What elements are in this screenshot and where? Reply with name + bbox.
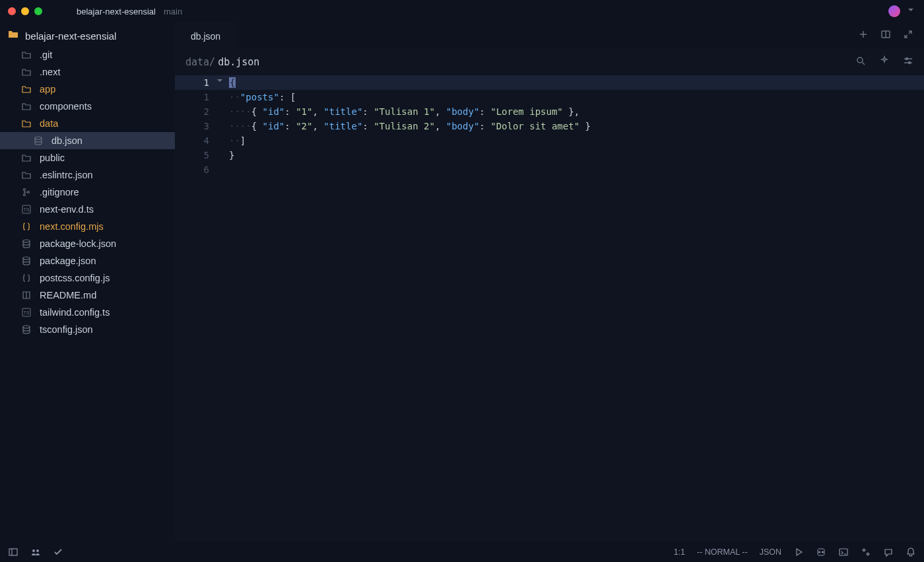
tree-item-README-md[interactable]: README.md bbox=[0, 287, 175, 304]
panel-layout-button[interactable] bbox=[8, 547, 18, 557]
tree-item-label: app bbox=[40, 84, 55, 94]
tree-item-app[interactable]: app bbox=[0, 81, 175, 98]
settings-sliders-icon[interactable] bbox=[903, 55, 913, 69]
tree-item-label: .eslintrc.json bbox=[40, 170, 93, 180]
minimize-window-button[interactable] bbox=[21, 7, 29, 15]
folder-icon bbox=[21, 101, 32, 112]
diagnostics-ok-icon[interactable] bbox=[53, 547, 63, 557]
tree-item-components[interactable]: components bbox=[0, 98, 175, 115]
tree-item-label: data bbox=[40, 118, 58, 129]
sparkle-icon[interactable] bbox=[879, 55, 890, 69]
tab-db-json[interactable]: db.json bbox=[175, 22, 236, 49]
svg-point-0 bbox=[35, 137, 42, 139]
code-line[interactable]: 6 bbox=[175, 162, 924, 177]
code-line[interactable]: 1 ··"posts": [ bbox=[175, 90, 924, 104]
tree-item-label: next.config.mjs bbox=[40, 221, 104, 232]
ts-icon: TS bbox=[21, 307, 32, 318]
chevron-down-icon[interactable] bbox=[906, 5, 916, 18]
tree-item-label: postcss.config.js bbox=[40, 273, 110, 283]
tree-item-label: README.md bbox=[40, 290, 96, 300]
folder-open-icon bbox=[8, 29, 18, 42]
code-line[interactable]: 1 { bbox=[175, 75, 924, 90]
run-button[interactable] bbox=[793, 547, 804, 557]
tree-item--gitignore[interactable]: .gitignore bbox=[0, 184, 175, 201]
notifications-button[interactable] bbox=[906, 547, 916, 557]
tree-item-tailwind-config-ts[interactable]: TStailwind.config.ts bbox=[0, 304, 175, 321]
code-editor[interactable]: 1 { 1 ··"posts": [ 2 ····{ "id": "1", "t… bbox=[175, 75, 924, 542]
svg-point-12 bbox=[857, 57, 863, 63]
cursor-position[interactable]: 1:1 bbox=[674, 547, 685, 557]
svg-rect-15 bbox=[9, 549, 17, 555]
svg-point-1 bbox=[24, 189, 26, 191]
folder-icon bbox=[21, 118, 32, 129]
cursor: { bbox=[229, 77, 236, 88]
svg-point-13 bbox=[906, 58, 908, 60]
language-mode[interactable]: JSON bbox=[760, 547, 781, 557]
project-title: belajar-next-esensial bbox=[77, 7, 156, 17]
tree-item-label: tsconfig.json bbox=[40, 324, 93, 335]
braces-icon bbox=[21, 221, 32, 232]
tree-item-label: package.json bbox=[40, 256, 96, 266]
line-number: 4 bbox=[175, 133, 214, 148]
tree-item-public[interactable]: public bbox=[0, 149, 175, 166]
expand-button[interactable] bbox=[903, 29, 913, 42]
database-icon bbox=[21, 324, 32, 335]
assistant-icon[interactable] bbox=[861, 547, 871, 557]
tree-item-tsconfig-json[interactable]: tsconfig.json bbox=[0, 321, 175, 338]
tree-item-data[interactable]: data bbox=[0, 115, 175, 132]
tree-item-next-config-mjs[interactable]: next.config.mjs bbox=[0, 218, 175, 235]
breadcrumb-file[interactable]: db.json bbox=[218, 56, 259, 68]
copilot-icon[interactable] bbox=[816, 547, 826, 557]
svg-text:TS: TS bbox=[24, 207, 30, 212]
git-icon bbox=[21, 187, 32, 197]
svg-point-14 bbox=[909, 62, 911, 64]
branch-name[interactable]: main bbox=[164, 7, 182, 17]
svg-point-3 bbox=[28, 192, 30, 193]
tree-item-package-lock-json[interactable]: package-lock.json bbox=[0, 235, 175, 252]
maximize-window-button[interactable] bbox=[34, 7, 42, 15]
tree-item-next-env-d-ts[interactable]: TSnext-env.d.ts bbox=[0, 201, 175, 218]
close-window-button[interactable] bbox=[8, 7, 16, 15]
line-number: 1 bbox=[175, 90, 214, 104]
tree-item-label: components bbox=[40, 101, 92, 112]
tree-item-postcss-config-js[interactable]: postcss.config.js bbox=[0, 269, 175, 287]
tab-bar: db.json bbox=[175, 22, 924, 49]
tree-item-db-json[interactable]: db.json bbox=[0, 132, 175, 149]
line-number: 2 bbox=[175, 104, 214, 119]
tree-item--eslintrc-json[interactable]: .eslintrc.json bbox=[0, 166, 175, 184]
code-line[interactable]: 3 ····{ "id": "2", "title": "Tulisan 2",… bbox=[175, 119, 924, 133]
folder-icon bbox=[21, 67, 32, 77]
status-bar: 1:1 -- NORMAL -- JSON bbox=[0, 542, 924, 562]
search-icon[interactable] bbox=[855, 55, 866, 69]
breadcrumb: data/db.json bbox=[175, 49, 924, 75]
project-root-label: belajar-next-esensial bbox=[25, 30, 116, 42]
terminal-button[interactable] bbox=[838, 547, 849, 557]
tree-item-label: public bbox=[40, 153, 65, 163]
code-line[interactable]: 4 ··] bbox=[175, 133, 924, 148]
svg-point-19 bbox=[822, 551, 824, 553]
fold-chevron-icon[interactable] bbox=[214, 75, 225, 90]
svg-point-10 bbox=[23, 326, 30, 328]
editor-area: db.json data/db.json bbox=[175, 22, 924, 542]
tree-item--next[interactable]: .next bbox=[0, 63, 175, 81]
tab-label: db.json bbox=[191, 31, 220, 42]
database-icon bbox=[21, 238, 32, 249]
code-line[interactable]: 2 ····{ "id": "1", "title": "Tulisan 1",… bbox=[175, 104, 924, 119]
breadcrumb-dir[interactable]: data/ bbox=[185, 56, 215, 68]
svg-point-16 bbox=[32, 549, 35, 552]
tree-item--git[interactable]: .git bbox=[0, 46, 175, 63]
collaborators-button[interactable] bbox=[30, 547, 41, 557]
chat-button[interactable] bbox=[883, 547, 894, 557]
vim-mode: -- NORMAL -- bbox=[697, 547, 748, 557]
user-avatar[interactable] bbox=[888, 5, 900, 17]
code-line[interactable]: 5 } bbox=[175, 148, 924, 162]
titlebar: belajar-next-esensial main bbox=[0, 0, 924, 22]
tree-item-package-json[interactable]: package.json bbox=[0, 252, 175, 269]
new-tab-button[interactable] bbox=[858, 29, 869, 42]
project-root[interactable]: belajar-next-esensial bbox=[0, 25, 175, 46]
database-icon bbox=[33, 135, 44, 146]
svg-point-6 bbox=[23, 240, 30, 242]
line-number: 1 bbox=[175, 75, 214, 90]
tree-item-label: .next bbox=[40, 67, 60, 77]
split-panel-button[interactable] bbox=[880, 29, 891, 42]
